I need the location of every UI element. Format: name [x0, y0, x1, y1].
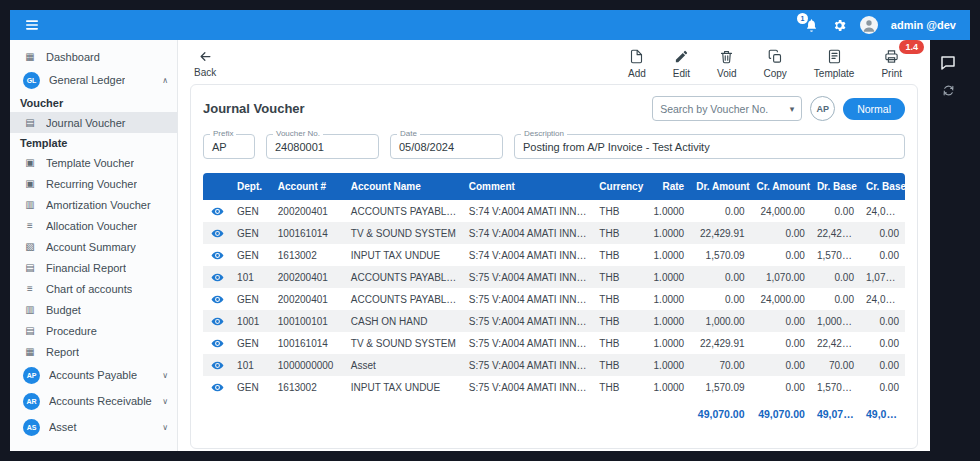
- cell-comment: S:75 V:A004 AMATI INNOVATION ...: [463, 332, 594, 354]
- menu-icon[interactable]: [24, 17, 40, 33]
- cell-account: 1000000000: [272, 354, 345, 376]
- voucher-no-field[interactable]: Voucher No. 24080001: [266, 134, 379, 159]
- totals-row: 49,070.00 49,070.00 49,070.00 49,070.00: [203, 398, 905, 420]
- description-field[interactable]: Description Posting from A/P Invoice - T…: [514, 134, 905, 159]
- column-header-account-name: Account Name: [345, 173, 463, 200]
- cell-dr-amount: 22,429.91: [690, 222, 750, 244]
- voucher-search-select[interactable]: Search by Voucher No. ▾: [652, 96, 802, 121]
- cell-account: 1613002: [272, 244, 345, 266]
- notification-badge: 1: [797, 13, 808, 24]
- date-field-value: 05/08/2024: [399, 141, 454, 153]
- chat-icon[interactable]: [939, 54, 957, 76]
- sidebar-item-budget[interactable]: ▥Budget: [10, 299, 177, 320]
- sidebar-item-recurring-voucher[interactable]: ▣Recurring Voucher: [10, 173, 177, 194]
- cell-cr-base: 0.00: [860, 332, 905, 354]
- view-cell: [203, 288, 231, 310]
- table-row[interactable]: 101200200401ACCOUNTS PAYABLE TRADES:75 V…: [203, 266, 905, 288]
- sidebar-item-allocation-voucher[interactable]: ≡Allocation Voucher: [10, 215, 177, 236]
- table-row[interactable]: 1011000000000AssetS:75 V:A004 AMATI INNO…: [203, 354, 905, 376]
- search-label: Search by Voucher No.: [660, 103, 768, 115]
- sidebar-item-general-ledger[interactable]: GLGeneral Ledger∧: [10, 67, 177, 93]
- sidebar-item-label: Recurring Voucher: [46, 178, 137, 190]
- eye-icon[interactable]: [211, 205, 224, 218]
- main-content: Back Add Edit Void: [178, 40, 930, 451]
- settings-gear-icon[interactable]: [832, 18, 847, 33]
- voucher-no-field-value: 24080001: [275, 141, 324, 153]
- back-button[interactable]: Back: [194, 49, 216, 78]
- cell-currency: THB: [593, 200, 644, 222]
- notifications-button[interactable]: 1: [804, 18, 819, 33]
- sidebar-item-amortization-voucher[interactable]: ▥Amortization Voucher: [10, 194, 177, 215]
- sidebar-nav: ▦DashboardGLGeneral Ledger∧Voucher▤Journ…: [10, 46, 177, 440]
- action-label: Template: [814, 68, 855, 79]
- sidebar-item-template-voucher[interactable]: ▣Template Voucher: [10, 152, 177, 173]
- cell-cr-amount: 0.00: [751, 244, 811, 266]
- template-button[interactable]: Template: [814, 49, 855, 79]
- cell-name: ACCOUNTS PAYABLE TRADE: [345, 200, 463, 222]
- sidebar-item-accounts-receivable[interactable]: ARAccounts Receivable∨: [10, 388, 177, 414]
- description-field-value: Posting from A/P Invoice - Test Activity: [523, 141, 710, 153]
- cell-dr-base: 1,570.09: [811, 244, 860, 266]
- edit-button[interactable]: Edit: [673, 49, 690, 79]
- dropdown-caret-icon: ▾: [790, 104, 795, 114]
- copy-icon: [768, 49, 783, 66]
- sidebar: ▦DashboardGLGeneral Ledger∧Voucher▤Journ…: [10, 40, 178, 451]
- sync-icon[interactable]: [942, 83, 955, 101]
- voucher-no-field-label: Voucher No.: [273, 129, 323, 138]
- cell-dr-base: 22,429.91: [811, 332, 860, 354]
- table-row[interactable]: GEN1613002INPUT TAX UNDUES:74 V:A004 AMA…: [203, 244, 905, 266]
- user-name[interactable]: admin @dev: [891, 19, 956, 31]
- column-header-currency: Currency: [593, 173, 644, 200]
- cell-rate: 1.0000: [644, 266, 690, 288]
- sidebar-item-dashboard[interactable]: ▦Dashboard: [10, 46, 177, 67]
- cell-rate: 1.0000: [644, 376, 690, 398]
- eye-icon[interactable]: [211, 337, 224, 350]
- cell-currency: THB: [593, 244, 644, 266]
- eye-icon[interactable]: [211, 271, 224, 284]
- table-row[interactable]: GEN1613002INPUT TAX UNDUES:75 V:A004 AMA…: [203, 376, 905, 398]
- void-button[interactable]: Void: [717, 49, 736, 79]
- voucher-table: Dept. Account # Account Name Comment Cur…: [203, 173, 905, 420]
- column-header-cr-base: Cr. Base: [860, 173, 905, 200]
- eye-icon[interactable]: [211, 381, 224, 394]
- cell-rate: 1.0000: [644, 310, 690, 332]
- table-row[interactable]: GEN100161014TV & SOUND SYSTEMS:74 V:A004…: [203, 222, 905, 244]
- sidebar-item-journal-voucher[interactable]: ▤Journal Voucher: [10, 112, 177, 133]
- cell-dept: 101: [231, 266, 272, 288]
- eye-icon[interactable]: [211, 315, 224, 328]
- sidebar-item-label: Budget: [46, 304, 81, 316]
- sidebar-item-asset[interactable]: ASAsset∨: [10, 414, 177, 440]
- prefix-field[interactable]: Prefix AP: [203, 134, 255, 159]
- eye-icon[interactable]: [211, 359, 224, 372]
- eye-icon[interactable]: [211, 249, 224, 262]
- eye-icon[interactable]: [211, 227, 224, 240]
- print-button[interactable]: Print: [881, 49, 902, 79]
- cell-rate: 1.0000: [644, 332, 690, 354]
- column-header-comment: Comment: [463, 173, 594, 200]
- status-pill[interactable]: Normal: [843, 98, 905, 120]
- table-row[interactable]: GEN200200401ACCOUNTS PAYABLE TRADES:75 V…: [203, 288, 905, 310]
- right-rail: [930, 40, 970, 451]
- asset-badge: AS: [23, 419, 40, 436]
- sidebar-item-financial-report[interactable]: ▤Financial Report: [10, 257, 177, 278]
- view-cell: [203, 376, 231, 398]
- table-row[interactable]: GEN200200401ACCOUNTS PAYABLE TRADES:74 V…: [203, 200, 905, 222]
- sidebar-item-accounts-payable[interactable]: APAccounts Payable∨: [10, 362, 177, 388]
- total-dr-base: 49,070.00: [811, 398, 860, 420]
- eye-icon[interactable]: [211, 293, 224, 306]
- table-row[interactable]: 1001100100101CASH ON HANDS:75 V:A004 AMA…: [203, 310, 905, 332]
- sidebar-item-report[interactable]: ▦Report: [10, 341, 177, 362]
- toolbar-actions: Add Edit Void Copy: [628, 49, 902, 79]
- cell-dept: 1001: [231, 310, 272, 332]
- cell-dr-amount: 1,570.09: [690, 244, 750, 266]
- avatar[interactable]: [860, 16, 878, 34]
- sidebar-item-procedure[interactable]: ▤Procedure: [10, 320, 177, 341]
- voucher-type-badge[interactable]: AP: [810, 96, 835, 121]
- copy-button[interactable]: Copy: [764, 49, 787, 79]
- table-row[interactable]: GEN100161014TV & SOUND SYSTEMS:75 V:A004…: [203, 332, 905, 354]
- sidebar-item-chart-of-accounts[interactable]: ≡Chart of accounts: [10, 278, 177, 299]
- sidebar-item-account-summary[interactable]: ▧Account Summary: [10, 236, 177, 257]
- add-button[interactable]: Add: [628, 49, 646, 79]
- table-header-row: Dept. Account # Account Name Comment Cur…: [203, 173, 905, 200]
- date-field[interactable]: Date 05/08/2024: [390, 134, 503, 159]
